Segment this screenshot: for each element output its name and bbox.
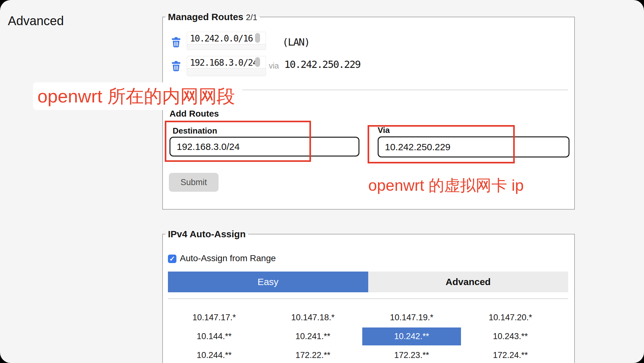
route-lan-note: (LAN) (282, 36, 309, 48)
route-target-field[interactable]: 10.242.0.0/16 (187, 32, 266, 50)
ip-range-cell[interactable]: 10.147.18.* (264, 309, 362, 327)
route-field-lower-area (187, 68, 266, 76)
ip-range-cell[interactable]: 10.147.17.* (165, 309, 264, 327)
ip-range-cell[interactable]: 10.147.20.* (461, 309, 560, 327)
ip-range-cell[interactable]: 172.24.** (461, 346, 560, 363)
route-field-lower-area (187, 44, 266, 50)
ip-range-cell[interactable]: 172.22.** (264, 346, 362, 363)
ip-range-cell[interactable]: 10.243.** (461, 327, 560, 345)
auto-assign-checkbox[interactable]: ✓ (168, 255, 176, 263)
ip-range-cell[interactable]: 10.242.** (362, 327, 461, 345)
via-highlight-rect (368, 125, 515, 163)
scrollbar-thumb[interactable] (255, 57, 260, 67)
via-annotation-text: openwrt 的虚拟网卡 ip (368, 176, 524, 195)
scrollbar-thumb[interactable] (255, 33, 260, 43)
auto-assign-label: Auto-Assign from Range (180, 253, 276, 263)
ipv4-legend-text: IPv4 Auto-Assign (168, 229, 246, 239)
ip-range-cell[interactable]: 10.147.19.* (362, 309, 461, 327)
add-routes-heading: Add Routes (169, 109, 219, 119)
ip-range-cell[interactable]: 10.241.** (264, 327, 362, 345)
divider (168, 298, 568, 299)
ipv4-legend: IPv4 Auto-Assign (165, 227, 248, 241)
lan-annotation-text: openwrt 所在的内网网段 (33, 82, 242, 110)
ipv4-auto-assign-fieldset: IPv4 Auto-Assign ✓ Auto-Assign from Rang… (162, 234, 575, 363)
tab-advanced[interactable]: Advanced (368, 272, 569, 292)
ip-range-cell[interactable]: 10.244.** (165, 346, 264, 363)
managed-routes-count: 2/1 (246, 13, 257, 22)
trash-icon (172, 37, 180, 47)
destination-highlight-rect (165, 121, 311, 162)
delete-route-button[interactable] (172, 61, 180, 71)
delete-route-button[interactable] (172, 37, 180, 47)
route-via-label: via (269, 61, 279, 70)
managed-routes-legend: Managed Routes2/1 (165, 10, 260, 24)
range-mode-tabs: Easy Advanced (168, 272, 568, 292)
tab-easy[interactable]: Easy (168, 272, 368, 292)
route-target-value: 10.242.0.0/16 (187, 32, 266, 44)
ip-range-grid: 10.147.17.*10.147.18.*10.147.19.*10.147.… (165, 309, 560, 363)
managed-routes-legend-text: Managed Routes (168, 12, 243, 22)
route-target-value: 192.168.3.0/24 (187, 56, 266, 68)
page-title: Advanced (8, 14, 64, 28)
route-via-value: 10.242.250.229 (284, 58, 360, 70)
submit-button[interactable]: Submit (169, 173, 219, 192)
ip-range-cell[interactable]: 10.144.** (165, 327, 264, 345)
ip-range-cell[interactable]: 172.23.** (362, 346, 461, 363)
route-target-field[interactable]: 192.168.3.0/24 (187, 56, 266, 76)
trash-icon (172, 61, 180, 71)
settings-page: Advanced Managed Routes2/1 10.242.0.0/16… (0, 0, 644, 363)
